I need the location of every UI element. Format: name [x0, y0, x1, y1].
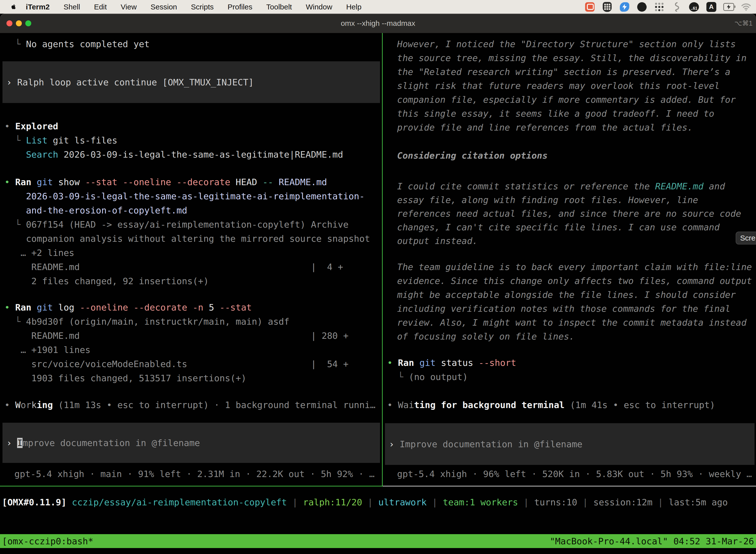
- left-session-status-line: gpt-5.4 xhigh · main · 91% left · 2.31M …: [14, 467, 375, 481]
- right-paragraph-1: However, I noticed the "Directory Struct…: [397, 37, 747, 134]
- terminal-line: The team guideline is to back every impo…: [397, 260, 752, 274]
- left-pane-bottom-border: [0, 486, 382, 487]
- right-paragraph-3: The team guideline is to back every impo…: [397, 260, 752, 343]
- terminal-line: 2026-03-09-is-legal-the-same-as-legitima…: [4, 189, 370, 203]
- terminal-line: slight risk that future readers may over…: [397, 79, 747, 93]
- chat-app-icon[interactable]: [584, 1, 595, 12]
- terminal-line: └ List git ls-files: [4, 133, 343, 148]
- terminal-line: output instead.: [397, 234, 741, 248]
- terminal-line: 2 files changed, 92 insertions(+): [4, 274, 370, 288]
- right-waiting-status-line: • Waiting for background terminal (1m 41…: [387, 398, 715, 412]
- terminal-line: provide file and line references from th…: [397, 121, 747, 134]
- terminal-line: └ 4b9d30f (origin/main, instructkr/main,…: [4, 315, 349, 329]
- menu-bar-status-icons: ..61 A: [584, 0, 752, 14]
- tmux-session-label[interactable]: [omx-cczip0:bash*: [2, 536, 93, 546]
- terminal-line: I could cite commit statistics or refere…: [397, 179, 741, 193]
- left-ralph-inject-box[interactable]: › Ralph loop active continue [OMX_TMUX_I…: [2, 61, 380, 103]
- terminal-line: and-the-erosion-of-copyleft.md: [4, 203, 370, 217]
- screen-tooltip[interactable]: Scre: [736, 232, 756, 244]
- terminal-line: src/voice/voiceModeEnabled.ts | 54 +: [4, 357, 349, 371]
- terminal-line: └ (no output): [387, 370, 516, 384]
- terminal-line: the source tree, missing the essay. Stil…: [397, 51, 747, 65]
- left-ran-git-log-block: • Ran git log --oneline --decorate -n 5 …: [4, 300, 349, 385]
- menu-items[interactable]: iTerm2ShellEditViewSessionScriptsProfile…: [26, 3, 375, 11]
- terminal-line: • Ran git log --oneline --decorate -n 5 …: [4, 300, 349, 315]
- window-title-bar: omx --xhigh --madmax ⌥⌘1: [0, 14, 756, 33]
- battery-icon[interactable]: [723, 1, 734, 12]
- badge-61-icon[interactable]: ..61: [689, 1, 699, 12]
- left-prompt-input[interactable]: › Improve documentation in @filename: [2, 423, 380, 463]
- terminal-line: changes, I can't cite specific file line…: [397, 220, 741, 234]
- terminal-line: • Explored: [4, 119, 343, 133]
- terminal-line: README.md | 4 +: [4, 260, 370, 274]
- terminal-line: review. Also, I might want to inspect th…: [397, 316, 752, 330]
- terminal-line: including verification notes with those …: [397, 302, 752, 316]
- left-ran-git-show-block: • Ran git show --stat --oneline --decora…: [4, 175, 370, 288]
- shield-grid-icon[interactable]: [602, 1, 613, 12]
- terminal-line: evidence. Since this change only affects…: [397, 274, 752, 288]
- terminal-line: … +2 lines: [4, 246, 370, 260]
- ralph-loop-line: › Ralph loop active continue [OMX_TMUX_I…: [6, 75, 254, 89]
- terminal-line: references need actual files, and since …: [397, 207, 741, 220]
- right-pane-bottom-border: [383, 486, 756, 487]
- contrast-icon[interactable]: [636, 1, 647, 12]
- terminal-line: of focusing solely on file lines.: [397, 330, 752, 343]
- terminal-line: this single essay, it seems like a good …: [397, 107, 747, 121]
- terminal-line: … +1901 lines: [4, 343, 349, 357]
- right-session-status-line: gpt-5.4 xhigh · 96% left · 520K in · 5.8…: [397, 467, 752, 481]
- left-explored-block: • Explored └ List git ls-files Search 20…: [4, 119, 343, 162]
- terminal-line: └ 067f154 (HEAD -> essay/ai-reimplementa…: [4, 217, 370, 232]
- tmux-status-bar: [omx-cczip0:bash* "MacBook-Pro-44.local"…: [0, 534, 756, 548]
- bolt-badge-icon[interactable]: [619, 1, 630, 12]
- window-title: omx --xhigh --madmax: [0, 14, 756, 33]
- terminal-line: • Ran git status --short: [387, 356, 516, 370]
- tmux-host-clock-label: "MacBook-Pro-44.local" 04:52 31-Mar-26: [550, 536, 754, 546]
- dots-grid-icon[interactable]: [654, 1, 665, 12]
- terminal-line: the "Related research writing" section i…: [397, 65, 747, 79]
- left-working-status-line: • Working (11m 13s • esc to interrupt) ·…: [4, 398, 376, 412]
- left-prompt-text: › Improve documentation in @filename: [6, 436, 200, 450]
- terminal-line: README.md | 280 +: [4, 329, 349, 343]
- right-paragraph-2: I could cite commit statistics or refere…: [397, 179, 741, 248]
- terminal-line: companion file, especially if more comme…: [397, 93, 747, 107]
- pane-divider[interactable]: [382, 33, 383, 487]
- apple-menu-icon[interactable]: [9, 3, 16, 11]
- left-no-agents-line: └ No agents completed yet: [4, 37, 149, 51]
- right-prompt-text: › Improve documentation in @filename: [389, 437, 582, 451]
- terminal-content: └ No agents completed yet › Ralph loop a…: [0, 33, 756, 554]
- terminal-line: However, I noticed the "Directory Struct…: [397, 37, 747, 51]
- menu-bar: iTerm2ShellEditViewSessionScriptsProfile…: [0, 0, 756, 14]
- terminal-line: companion analysis without altering the …: [4, 232, 370, 246]
- terminal-line: might be acceptable alongside the file l…: [397, 288, 752, 302]
- omx-status-line: [OMX#0.11.9] cczip/essay/ai-reimplementa…: [2, 495, 728, 509]
- squiggle-icon[interactable]: [671, 1, 682, 12]
- input-source-icon[interactable]: A: [706, 1, 717, 12]
- right-prompt-input[interactable]: › Improve documentation in @filename: [385, 423, 755, 465]
- terminal-line: Search 2026-03-09-is-legal-the-same-as-l…: [4, 148, 343, 162]
- terminal-line: 1903 files changed, 513517 insertions(+): [4, 371, 349, 385]
- terminal-line: essay file, along with finding root file…: [397, 193, 741, 207]
- window-shortcut-badge: ⌥⌘1: [735, 14, 753, 33]
- wifi-icon[interactable]: [741, 1, 752, 12]
- right-heading-considering-citations: Considering citation options: [397, 149, 548, 163]
- terminal-line: • Ran git show --stat --oneline --decora…: [4, 175, 370, 189]
- right-ran-git-status-block: • Ran git status --short └ (no output): [387, 356, 516, 384]
